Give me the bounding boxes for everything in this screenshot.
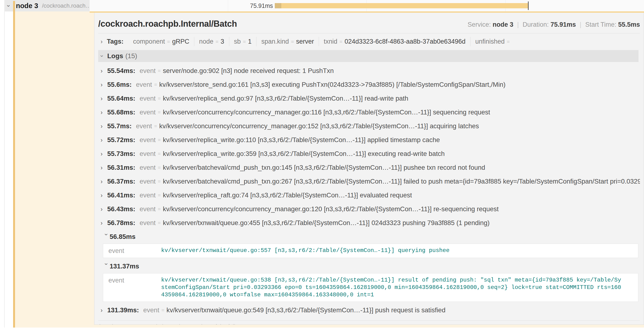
- log-timestamp: 131.37ms: [110, 262, 139, 270]
- span-duration-bar[interactable]: [275, 3, 528, 8]
- chevron-right-icon[interactable]: ›: [100, 150, 107, 157]
- log-timestamp: 56.78ms:: [107, 219, 136, 227]
- log-timestamp: 56.43ms:: [107, 205, 136, 213]
- tag-node[interactable]: node=3: [194, 37, 229, 46]
- log-entry-detail-box: eventkv/kvserver/txnwait/queue.go:557 [n…: [103, 244, 638, 258]
- chevron-right-icon[interactable]: ›: [100, 123, 107, 130]
- equals-sign: =: [154, 123, 157, 129]
- chevron-right-icon[interactable]: ›: [100, 220, 107, 226]
- chevron-right-icon[interactable]: ›: [100, 68, 107, 74]
- log-field-name: event: [140, 192, 156, 199]
- span-service-name: node 3: [16, 2, 38, 10]
- equals-sign: =: [158, 96, 161, 101]
- log-timestamp: 55.72ms:: [107, 136, 136, 144]
- log-marker-end-tick: [528, 2, 529, 10]
- log-entry-row[interactable]: ›131.39ms:event=kv/kvserver/txnwait/queu…: [100, 303, 640, 317]
- log-entry-row[interactable]: ›55.7ms:event=kv/kvserver/concurrency/co…: [100, 119, 640, 133]
- tag-key: component: [133, 38, 165, 45]
- chevron-down-icon[interactable]: ›: [103, 263, 110, 270]
- log-entry-row[interactable]: ›55.68ms:event=kv/kvserver/concurrency/c…: [100, 106, 640, 119]
- log-marker-tick: [275, 3, 275, 8]
- tag-txnid[interactable]: txnid=024d3323-6c8f-4863-aa8b-37ab0e6349…: [319, 37, 470, 46]
- chevron-right-icon[interactable]: ›: [100, 136, 107, 144]
- left-gutter-divider: [4, 0, 4, 328]
- log-entry-row[interactable]: ›55.72ms:event=kv/kvserver/replica_write…: [100, 133, 640, 147]
- meta-value: 75.91ms: [550, 21, 576, 28]
- span-operation-name: /cockroach.roach…: [42, 2, 90, 9]
- log-timestamp: 55.6ms:: [107, 81, 132, 88]
- chevron-right-icon[interactable]: ›: [100, 307, 107, 314]
- log-field-name: event: [136, 81, 152, 88]
- log-timestamp: 55.68ms:: [107, 108, 136, 116]
- log-field-name: event: [140, 150, 156, 158]
- log-entry-row[interactable]: ›56.37ms:event=kv/kvserver/batcheval/cmd…: [100, 174, 640, 188]
- log-timestamp: 131.39ms:: [107, 306, 139, 314]
- log-message: kv/kvserver/batcheval/cmd_push_txn.go:26…: [163, 178, 640, 185]
- logs-title: Logs: [107, 52, 123, 60]
- timeline-gridline: [228, 0, 228, 12]
- span-name-cell[interactable]: › node 3 /cockroach.roach…: [5, 0, 90, 12]
- log-field-name: event: [103, 276, 161, 298]
- equals-sign: =: [158, 68, 161, 74]
- chevron-down-icon[interactable]: ›: [5, 5, 12, 7]
- chevron-right-icon[interactable]: ›: [100, 206, 107, 213]
- chevron-down-icon[interactable]: ›: [103, 234, 110, 240]
- detail-header: /cockroach.roachpb.Internal/Batch Servic…: [98, 13, 640, 33]
- chevron-right-icon[interactable]: ›: [100, 164, 107, 171]
- tag-span.kind[interactable]: span.kind=server: [256, 37, 319, 46]
- span-color-strip: [13, 1, 15, 328]
- chevron-right-icon[interactable]: ›: [100, 95, 107, 102]
- log-entry-row[interactable]: ›55.6ms:event=kv/kvserver/store_send.go:…: [100, 78, 640, 92]
- log-entry-row[interactable]: ›56.78ms:event=kv/kvserver/txnwait/queue…: [100, 216, 640, 230]
- log-entry-row[interactable]: ›55.64ms:event=kv/kvserver/replica_send.…: [100, 92, 640, 106]
- log-entry-row[interactable]: ›55.73ms:event=kv/kvserver/replica_write…: [100, 147, 640, 161]
- chevron-right-icon[interactable]: ›: [100, 81, 107, 88]
- chevron-right-icon[interactable]: ›: [100, 38, 102, 45]
- log-field-name: event: [140, 108, 156, 116]
- log-message: kv/kvserver/concurrency/concurrency_mana…: [159, 122, 479, 130]
- tags-section[interactable]: › Tags: component=gRPCnode=3sb=1span.kin…: [98, 34, 640, 50]
- log-field-name: event: [140, 164, 156, 172]
- chevron-down-icon[interactable]: ›: [99, 55, 105, 57]
- tag-sb[interactable]: sb=1: [229, 37, 256, 46]
- log-timestamp: 55.73ms:: [107, 150, 136, 158]
- logs-section-header[interactable]: › Logs (15): [98, 50, 638, 62]
- log-message: server/node.go:902 [n3] node received re…: [163, 67, 334, 74]
- chevron-right-icon[interactable]: ›: [100, 192, 107, 199]
- equals-sign: =: [158, 165, 161, 170]
- chevron-right-icon[interactable]: ›: [100, 109, 107, 116]
- selected-row-highlight-bottom: [15, 325, 644, 328]
- meta-separator: |: [580, 21, 581, 28]
- tags-list: component=gRPCnode=3sb=1span.kind=server…: [128, 37, 516, 46]
- meta-label: Duration:: [523, 21, 550, 28]
- chevron-right-icon[interactable]: ›: [100, 178, 107, 185]
- log-field-name: event: [140, 178, 156, 185]
- operation-title: /cockroach.roachpb.Internal/Batch: [98, 19, 237, 29]
- log-entry-row[interactable]: ›56.31ms:event=kv/kvserver/batcheval/cmd…: [100, 161, 640, 174]
- log-entries-list: ›55.54ms:event=server/node.go:902 [n3] n…: [98, 64, 640, 317]
- meta-separator: |: [517, 21, 519, 28]
- tag-key: node: [199, 38, 213, 45]
- tags-label: Tags:: [107, 38, 124, 45]
- meta-label: Start Time:: [585, 21, 618, 28]
- log-message: kv/kvserver/replica_write.go:110 [n3,s3,…: [163, 136, 440, 144]
- log-entry-row[interactable]: ›56.41ms:event=kv/kvserver/replica_raft.…: [100, 188, 640, 202]
- tag-unfinished[interactable]: unfinished=: [470, 37, 516, 46]
- equals-sign: =: [291, 39, 294, 44]
- log-marker-tick: [277, 3, 277, 8]
- equals-sign: =: [161, 307, 164, 313]
- equals-sign: =: [167, 39, 170, 44]
- tag-key: sb: [234, 38, 241, 45]
- tag-component[interactable]: component=gRPC: [128, 37, 194, 46]
- log-entry-expanded-header[interactable]: ›56.85ms: [100, 230, 640, 244]
- tag-value: 3: [221, 38, 224, 45]
- log-entry-row[interactable]: ›56.43ms:event=kv/kvserver/concurrency/c…: [100, 202, 640, 216]
- log-message: kv/kvserver/batcheval/cmd_push_txn.go:14…: [163, 164, 485, 172]
- log-field-name: event: [140, 205, 156, 213]
- equals-sign: =: [154, 82, 157, 88]
- log-message: kv/kvserver/replica_send.go:97 [n3,s3,r6…: [163, 95, 408, 102]
- log-entry-row[interactable]: ›55.54ms:event=server/node.go:902 [n3] n…: [100, 64, 640, 78]
- log-entry-expanded-header[interactable]: ›131.37ms: [100, 260, 640, 273]
- log-marker-tick: [278, 3, 278, 8]
- tag-value: gRPC: [172, 38, 189, 45]
